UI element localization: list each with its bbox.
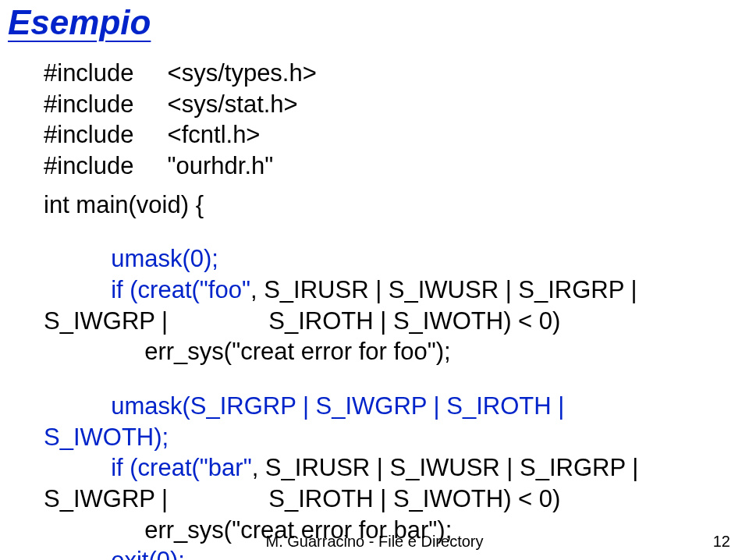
creat-foo-line1: if (creat("foo", S_IRUSR | S_IWUSR | S_I… [44,275,702,306]
main-declaration: int main(void) { [44,190,702,221]
page-number: 12 [713,533,730,551]
creat-foo-line2: S_IWGRP | S_IROTH | S_IWOTH) < 0) [44,306,702,337]
umask-mask-line1: umask(S_IRGRP | S_IWGRP | S_IROTH | [44,391,702,422]
footer: M. Guarracino - File e Directory 12 [0,533,749,551]
err-foo: err_sys("creat error for foo"); [44,336,702,367]
creat-bar-line2: S_IWGRP | S_IROTH | S_IWOTH) < 0) [44,484,702,515]
creat-bar-line1: if (creat("bar", S_IRUSR | S_IWUSR | S_I… [44,452,702,484]
include-line-1: #include <sys/types.h> [44,58,702,89]
include-line-3: #include <fcntl.h> [44,119,702,151]
footer-text: M. Guarracino - File e Directory [266,533,484,551]
include-line-2: #include <sys/stat.h> [44,89,702,120]
slide-title: Esempio [0,0,749,42]
slide-content: #include <sys/types.h> #include <sys/sta… [0,42,749,560]
umask-zero: umask(0); [44,243,702,275]
include-line-4: #include "ourhdr.h" [44,151,702,182]
umask-mask-line2: S_IWOTH); [44,422,702,453]
